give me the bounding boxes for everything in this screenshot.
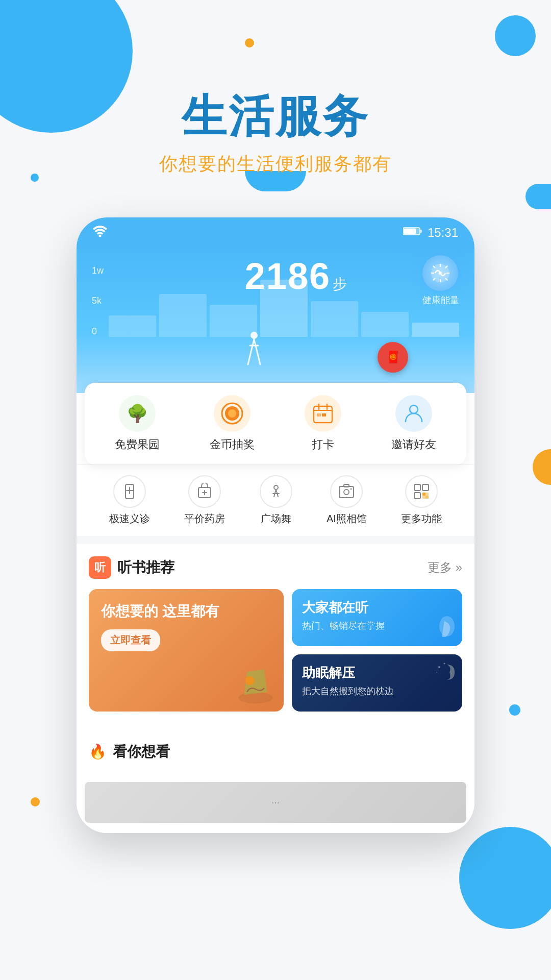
health-energy-icon bbox=[422, 255, 458, 291]
svg-point-17 bbox=[228, 409, 236, 418]
step-count-display: 2186 步 bbox=[245, 255, 347, 297]
svg-rect-36 bbox=[414, 484, 420, 491]
book-section-more[interactable]: 更多 » bbox=[428, 559, 462, 576]
secondary-actions-bar: 极速义诊 平价药房 bbox=[77, 464, 474, 536]
free-garden-icon: 🌳 bbox=[119, 395, 156, 432]
pharmacy-label: 平价药房 bbox=[184, 512, 225, 526]
svg-rect-39 bbox=[422, 493, 425, 496]
svg-rect-34 bbox=[344, 484, 349, 487]
sleep-card-subtitle: 把大自然搬到您的枕边 bbox=[302, 685, 452, 697]
book-card-popular[interactable]: 大家都在听 热门、畅销尽在掌握 bbox=[292, 589, 462, 646]
svg-point-0 bbox=[99, 234, 102, 237]
book-cards-container: 你想要的 这里都有 立即查看 大家都在听 bbox=[89, 589, 462, 712]
svg-rect-23 bbox=[322, 413, 326, 416]
svg-rect-3 bbox=[420, 230, 422, 233]
main-title: 生活服务 bbox=[0, 92, 551, 141]
free-garden-label: 免费果园 bbox=[115, 437, 160, 452]
action-square-dance[interactable]: 广场舞 bbox=[260, 475, 292, 526]
phone-wrapper: 15:31 1w 5k 0 bbox=[0, 217, 551, 833]
book-section-title-wrap: 听 听书推荐 bbox=[89, 556, 174, 579]
action-gold-lottery[interactable]: 金币抽奖 bbox=[210, 395, 255, 452]
book-card-left[interactable]: 你想要的 这里都有 立即查看 bbox=[89, 589, 284, 712]
book-section-badge: 听 bbox=[89, 556, 111, 579]
action-pharmacy[interactable]: 平价药房 bbox=[184, 475, 225, 526]
svg-rect-2 bbox=[404, 229, 416, 234]
action-invite[interactable]: 邀请好友 bbox=[391, 395, 436, 452]
ai-photo-label: AI照相馆 bbox=[327, 512, 367, 526]
fast-diagnosis-icon bbox=[113, 475, 146, 508]
action-fast-diagnosis[interactable]: 极速义诊 bbox=[109, 475, 150, 526]
checkin-label: 打卡 bbox=[312, 437, 334, 452]
health-energy-label: 健康能量 bbox=[422, 294, 459, 306]
action-free-garden[interactable]: 🌳 免费果园 bbox=[115, 395, 160, 452]
gold-lottery-icon bbox=[214, 395, 251, 432]
bg-circle-bottom-right bbox=[459, 827, 551, 929]
gold-lottery-label: 金币抽奖 bbox=[210, 437, 255, 452]
square-dance-icon bbox=[260, 475, 292, 508]
book-cta-button[interactable]: 立即查看 bbox=[101, 629, 160, 651]
header-area: 生活服务 你想要的生活便利服务都有 bbox=[0, 0, 551, 187]
svg-point-33 bbox=[344, 489, 349, 495]
health-energy-button[interactable]: 健康能量 bbox=[422, 255, 459, 306]
red-envelope-icon[interactable]: 🧧 bbox=[378, 342, 408, 373]
quick-actions-bar: 🌳 免费果园 金币抽奖 bbox=[85, 383, 466, 464]
bg-dot-blue-medium bbox=[525, 184, 551, 209]
fire-icon: 🔥 bbox=[89, 743, 107, 760]
see-more-section: 🔥 看你想看 bbox=[77, 732, 474, 772]
step-chart-area: 1w 5k 0 2186 步 bbox=[92, 255, 459, 337]
sub-title: 你想要的生活便利服务都有 bbox=[0, 152, 551, 177]
see-more-label: 看你想看 bbox=[113, 742, 170, 762]
section-divider bbox=[77, 536, 474, 544]
svg-point-5 bbox=[439, 272, 442, 275]
chart-label-1w: 1w bbox=[92, 265, 104, 276]
chart-label-0: 0 bbox=[92, 326, 104, 337]
book-card-sleep[interactable]: 助眠解压 把大自然搬到您的枕边 bbox=[292, 654, 462, 712]
walker-icon bbox=[245, 331, 263, 373]
fast-diagnosis-label: 极速义诊 bbox=[109, 512, 150, 526]
more-features-icon bbox=[405, 475, 438, 508]
invite-icon bbox=[395, 395, 432, 432]
status-right: 15:31 bbox=[403, 226, 458, 240]
chart-labels: 1w 5k 0 bbox=[92, 265, 104, 337]
square-dance-label: 广场舞 bbox=[261, 512, 291, 526]
svg-point-44 bbox=[245, 676, 255, 685]
status-bar: 15:31 bbox=[77, 217, 474, 245]
svg-point-31 bbox=[274, 485, 278, 489]
book-card-left-title: 你想要的 这里都有 bbox=[101, 601, 271, 621]
book-cards-right: 大家都在听 热门、畅销尽在掌握 助眠解压 把大自然搬到您的枕边 bbox=[292, 589, 462, 712]
book-section-header: 听 听书推荐 更多 » bbox=[89, 556, 462, 579]
invite-label: 邀请好友 bbox=[391, 437, 436, 452]
svg-point-24 bbox=[410, 405, 418, 413]
action-checkin[interactable]: 打卡 bbox=[305, 395, 341, 452]
svg-point-35 bbox=[350, 488, 352, 489]
phone-mockup: 15:31 1w 5k 0 bbox=[77, 217, 474, 833]
chart-label-5k: 5k bbox=[92, 296, 104, 306]
pharmacy-icon bbox=[188, 475, 221, 508]
bottom-hint: ··· bbox=[77, 772, 474, 833]
sleep-card-title: 助眠解压 bbox=[302, 665, 452, 682]
see-more-title: 🔥 看你想看 bbox=[89, 742, 462, 762]
battery-icon bbox=[403, 227, 422, 238]
book-section-title: 听书推荐 bbox=[117, 558, 174, 577]
wifi-icon bbox=[93, 226, 107, 240]
ai-photo-icon bbox=[330, 475, 363, 508]
status-time: 15:31 bbox=[428, 226, 458, 240]
book-recommendations-section: 听 听书推荐 更多 » 你想要的 这里都有 立即查看 bbox=[77, 544, 474, 724]
checkin-icon bbox=[305, 395, 341, 432]
step-number: 2186 bbox=[245, 256, 331, 297]
svg-rect-37 bbox=[422, 484, 429, 491]
action-ai-photo[interactable]: AI照相馆 bbox=[327, 475, 367, 526]
svg-point-46 bbox=[438, 666, 440, 668]
svg-rect-22 bbox=[317, 413, 321, 416]
step-section: 1w 5k 0 2186 步 bbox=[77, 245, 474, 393]
svg-rect-40 bbox=[425, 493, 429, 496]
svg-point-14 bbox=[251, 332, 258, 339]
svg-rect-32 bbox=[339, 486, 354, 498]
svg-rect-41 bbox=[422, 496, 425, 499]
svg-rect-42 bbox=[425, 496, 429, 499]
svg-point-47 bbox=[444, 663, 445, 664]
action-more-features[interactable]: 更多功能 bbox=[401, 475, 442, 526]
svg-point-43 bbox=[238, 692, 273, 704]
svg-point-48 bbox=[436, 672, 437, 673]
svg-rect-38 bbox=[414, 493, 420, 499]
